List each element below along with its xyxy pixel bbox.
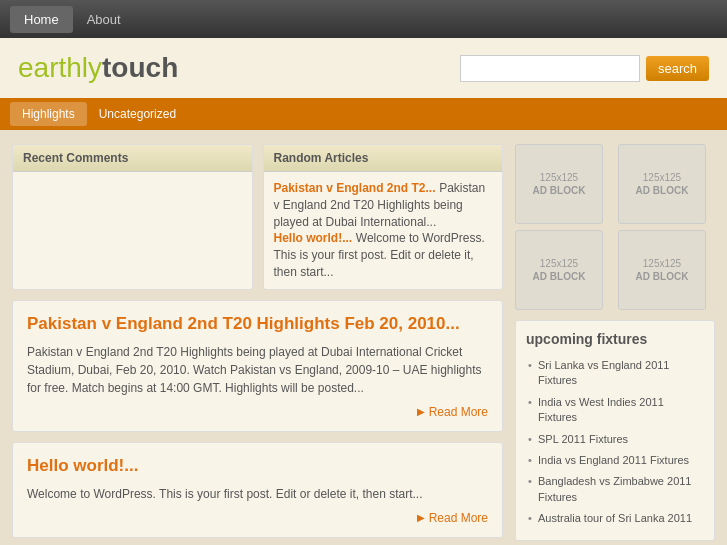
fixtures-title: upcoming fixtures	[526, 331, 704, 347]
ad-block-4: 125x125 AD BLOCK	[618, 230, 706, 310]
top-navigation: Home About	[0, 0, 727, 38]
ad-1-label: AD BLOCK	[533, 185, 586, 196]
logo-part2: touch	[102, 52, 178, 83]
article-1: Pakistan v England 2nd T20 Highlights Fe…	[12, 300, 503, 432]
recent-comments-title: Recent Comments	[13, 145, 252, 172]
site-header: earthlytouch search	[0, 38, 727, 98]
fixtures-list: Sri Lanka vs England 2011 Fixtures India…	[526, 355, 704, 530]
ad-block-3: 125x125 AD BLOCK	[515, 230, 603, 310]
boxes-row: Recent Comments Random Articles Pakistan…	[12, 144, 503, 290]
logo-part1: earthly	[18, 52, 102, 83]
fixture-5[interactable]: Australia tour of Sri Lanka 2011	[526, 508, 704, 529]
random-articles-body: Pakistan v England 2nd T2... Pakistan v …	[264, 172, 503, 289]
article-2-body: Welcome to WordPress. This is your first…	[27, 485, 488, 503]
site-logo: earthlytouch	[18, 52, 178, 84]
random-articles-title: Random Articles	[264, 145, 503, 172]
fixture-2[interactable]: SPL 2011 Fixtures	[526, 429, 704, 450]
nav-home[interactable]: Home	[10, 6, 73, 33]
fixture-1[interactable]: India vs West Indies 2011 Fixtures	[526, 392, 704, 429]
article-2-title[interactable]: Hello world!...	[27, 455, 488, 477]
random-link-2[interactable]: Hello world!...	[274, 231, 353, 245]
ad-3-size: 125x125	[540, 258, 578, 269]
cat-uncategorized[interactable]: Uncategorized	[87, 102, 188, 126]
sidebar: 125x125 AD BLOCK 125x125 AD BLOCK 125x12…	[515, 144, 715, 541]
fixture-4[interactable]: Bangladesh vs Zimbabwe 2011 Fixtures	[526, 471, 704, 508]
ad-block-2: 125x125 AD BLOCK	[618, 144, 706, 224]
ad-1-size: 125x125	[540, 172, 578, 183]
ad-grid: 125x125 AD BLOCK 125x125 AD BLOCK 125x12…	[515, 144, 715, 310]
article-2-read-more[interactable]: Read More	[27, 511, 488, 525]
random-article-1: Pakistan v England 2nd T2... Pakistan v …	[274, 180, 493, 230]
recent-comments-box: Recent Comments	[12, 144, 253, 290]
search-button[interactable]: search	[646, 56, 709, 81]
article-1-title[interactable]: Pakistan v England 2nd T20 Highlights Fe…	[27, 313, 488, 335]
ad-4-size: 125x125	[643, 258, 681, 269]
cat-highlights[interactable]: Highlights	[10, 102, 87, 126]
ad-4-label: AD BLOCK	[636, 271, 689, 282]
search-input[interactable]	[460, 55, 640, 82]
article-1-read-more[interactable]: Read More	[27, 405, 488, 419]
content-area: Recent Comments Random Articles Pakistan…	[12, 144, 503, 541]
ad-2-label: AD BLOCK	[636, 185, 689, 196]
random-article-2: Hello world!... Welcome to WordPress. Th…	[274, 230, 493, 280]
category-navigation: Highlights Uncategorized	[0, 98, 727, 130]
article-1-body: Pakistan v England 2nd T20 Highlights be…	[27, 343, 488, 397]
random-link-1[interactable]: Pakistan v England 2nd T2...	[274, 181, 436, 195]
ad-block-1: 125x125 AD BLOCK	[515, 144, 603, 224]
fixtures-box: upcoming fixtures Sri Lanka vs England 2…	[515, 320, 715, 541]
fixture-3[interactable]: India vs England 2011 Fixtures	[526, 450, 704, 471]
ad-2-size: 125x125	[643, 172, 681, 183]
recent-comments-body	[13, 172, 252, 188]
ad-3-label: AD BLOCK	[533, 271, 586, 282]
article-2: Hello world!... Welcome to WordPress. Th…	[12, 442, 503, 538]
random-articles-box: Random Articles Pakistan v England 2nd T…	[263, 144, 504, 290]
nav-about[interactable]: About	[73, 6, 135, 33]
search-area: search	[460, 55, 709, 82]
main-content: Recent Comments Random Articles Pakistan…	[0, 130, 727, 545]
fixture-0[interactable]: Sri Lanka vs England 2011 Fixtures	[526, 355, 704, 392]
